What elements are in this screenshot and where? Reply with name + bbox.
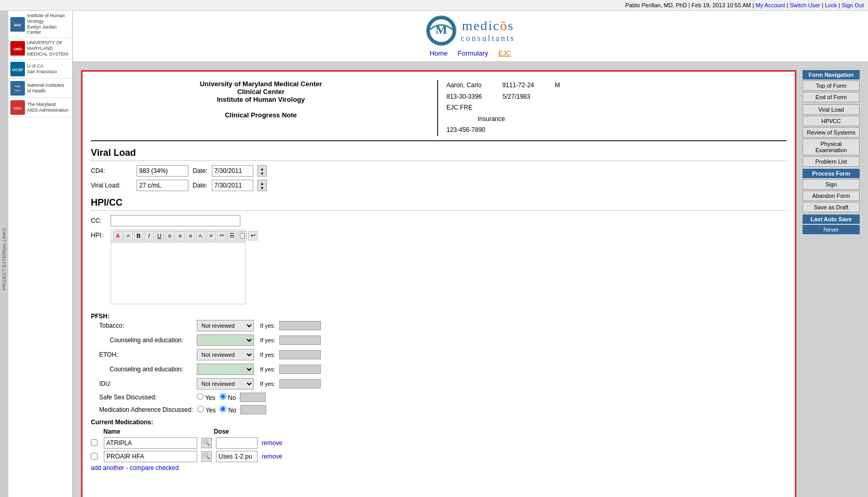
med-remove-link-2[interactable]: remove [262, 453, 282, 460]
safe-sex-text-input[interactable] [240, 393, 266, 402]
vl-input[interactable] [137, 180, 188, 191]
med-adherence-no-radio[interactable] [220, 406, 226, 412]
idu-if-yes-input[interactable] [279, 379, 321, 388]
medicos-name: medicōs consultants [461, 18, 516, 43]
med-remove-link-1[interactable]: remove [262, 439, 282, 447]
nav-home[interactable]: Home [429, 49, 447, 57]
end-of-form-btn[interactable]: End of Form [803, 92, 860, 102]
med-add-links: add another - compare checked [91, 464, 786, 472]
etoh-counseling-select[interactable] [197, 364, 254, 375]
maa-logo-text: The Maryland AIDS Administration [27, 102, 69, 113]
rte-paste-btn[interactable]: 📋 [238, 231, 247, 240]
sidebar-item-nih[interactable]: Natl Inst National Institutes of Health [8, 79, 72, 98]
idu-select[interactable]: Not reviewed Never Former Current [197, 378, 254, 389]
sidebar-item-ihv[interactable]: IHV Institute of Human Virology Evelyn J… [8, 11, 72, 38]
tobacco-select[interactable]: Not reviewed Never Former Current [197, 320, 254, 331]
rte-italic-btn[interactable]: I [144, 231, 154, 240]
etoh-select[interactable]: Not reviewed Never Former Current [197, 349, 254, 360]
nav-review-of-systems-btn[interactable]: Review of Systems [803, 127, 860, 138]
nav-formulary[interactable]: Formulary [458, 49, 489, 57]
etoh-if-yes-input[interactable] [279, 350, 321, 359]
main-content: M medicōs consultants Home Formulary EJC [73, 11, 868, 497]
med-checkbox-2[interactable] [91, 453, 98, 460]
svg-text:UCSF: UCSF [12, 68, 23, 72]
sidebar-item-umd[interactable]: UMD UNIVERSITY OF MARYLAND MEDICAL SYSTE… [8, 38, 72, 59]
cd4-input[interactable] [137, 165, 188, 177]
switch-user-link[interactable]: Switch User [790, 2, 820, 8]
patient-dob: 5/27/1983 [503, 91, 530, 103]
tobacco-row: Tobacco: Not reviewed Never Former Curre… [99, 320, 786, 331]
med-checkbox-1[interactable] [91, 439, 98, 446]
top-of-form-btn[interactable]: Top of Form [803, 80, 860, 91]
nav-hpi-cc-btn[interactable]: HPI/CC [803, 116, 860, 126]
form-area: University of Maryland Medical Center Cl… [73, 62, 868, 497]
patient-name: Aaron, Carlo [446, 80, 481, 91]
safe-sex-yes-radio[interactable] [197, 393, 204, 400]
med-adherence-row: Medication Adherence Discussed: Yes No [99, 405, 786, 414]
left-sidebar-wrapper: PROJECT EXTERNAL LINKS IHV Institute of … [0, 11, 73, 497]
tobacco-counseling-select[interactable] [197, 334, 254, 346]
vl-date-stepper[interactable]: ▲ ▼ [257, 180, 267, 191]
my-account-link[interactable]: My Account [755, 2, 785, 8]
top-end-nav: Top of Form End of Form [803, 80, 860, 102]
etoh-counseling-if-yes-input[interactable] [279, 365, 321, 374]
compare-checked-link[interactable]: compare checked [130, 464, 179, 472]
med-search-btn-2[interactable]: 🔍 [201, 451, 212, 462]
rte-copy-btn[interactable]: ☰ [227, 231, 237, 240]
med-dose-input-1[interactable] [216, 437, 257, 449]
cd4-date-stepper[interactable]: ▲ ▼ [257, 165, 267, 177]
nav-ejc[interactable]: EJC [498, 49, 511, 57]
nav-viral-load-btn[interactable]: Viral Load [803, 104, 860, 115]
external-links-bar: PROJECT EXTERNAL LINKS [0, 11, 8, 497]
medication-row-1: 🔍 remove [91, 437, 786, 449]
med-adherence-no-label[interactable]: No [220, 406, 236, 414]
vl-date-label: Date: [193, 182, 208, 189]
idu-if-yes: If yes: [260, 381, 275, 387]
safe-sex-no-radio[interactable] [220, 393, 226, 400]
med-adherence-text-input[interactable] [240, 405, 266, 414]
rte-bold-btn[interactable]: B [134, 231, 143, 240]
rte-font-color-btn[interactable]: A [113, 231, 123, 240]
pfsh-section: PFSH: Tobacco: Not reviewed Never Former… [91, 313, 786, 414]
sidebar-item-maa[interactable]: MAA The Maryland AIDS Administration [8, 98, 72, 117]
rte-undo-btn[interactable]: ↩ [248, 231, 257, 240]
cd4-date-label: Date: [193, 167, 208, 174]
tobacco-counseling-if-yes-input[interactable] [279, 335, 321, 345]
hpi-text-area[interactable] [111, 242, 246, 304]
save-as-draft-btn[interactable]: Save as Draft [803, 202, 860, 212]
cd4-date-input[interactable] [212, 165, 253, 177]
sign-btn[interactable]: Sign [803, 179, 860, 190]
etoh-counseling-row: Counseling and education: If yes: [99, 364, 786, 375]
clinical-form: University of Maryland Medical Center Cl… [81, 70, 796, 497]
rte-font-size-btn[interactable]: A [124, 231, 133, 240]
rte-format-btn[interactable]: A, [196, 231, 206, 240]
rte-format2-btn[interactable]: A' [207, 231, 216, 240]
rte-align-right-btn[interactable]: ≡ [186, 231, 195, 240]
topbar: Pablo Perillan, MD, PhD | Feb 19, 2013 1… [0, 0, 868, 11]
med-dose-input-2[interactable] [216, 451, 257, 462]
lock-link[interactable]: Lock [825, 2, 837, 8]
med-adherence-yes-radio[interactable] [197, 406, 204, 412]
rte-align-left-btn[interactable]: ≡ [165, 231, 174, 240]
abandon-form-btn[interactable]: Abandon Form [803, 191, 860, 201]
never-text: Never [803, 225, 860, 234]
med-name-input-1[interactable] [104, 437, 197, 449]
nav-physical-exam-btn[interactable]: Physical Examination [803, 139, 860, 155]
rte-cut-btn[interactable]: ✂ [217, 231, 226, 240]
sidebar-item-ucsf[interactable]: UCSF U of CA San Francisco [8, 60, 72, 79]
nav-problem-list-btn[interactable]: Problem List [803, 156, 860, 167]
safe-sex-no-label[interactable]: No [220, 393, 236, 401]
med-name-input-2[interactable] [104, 451, 197, 462]
sign-out-link[interactable]: Sign Out [842, 2, 864, 8]
safe-sex-yes-label[interactable]: Yes [197, 393, 215, 401]
rte-align-center-btn[interactable]: ≡ [175, 231, 185, 240]
medications-label: Current Medications: [91, 419, 786, 426]
cc-input[interactable] [111, 215, 240, 226]
hpi-row: HPI: A A B I U ≡ ≡ ≡ A, A' [91, 230, 786, 308]
add-another-link[interactable]: add another [91, 464, 124, 472]
vl-date-input[interactable] [212, 180, 253, 191]
rte-underline-btn[interactable]: U [155, 231, 164, 240]
med-adherence-yes-label[interactable]: Yes [197, 406, 216, 414]
tobacco-if-yes-input[interactable] [279, 321, 321, 330]
med-search-btn-1[interactable]: 🔍 [201, 438, 212, 448]
